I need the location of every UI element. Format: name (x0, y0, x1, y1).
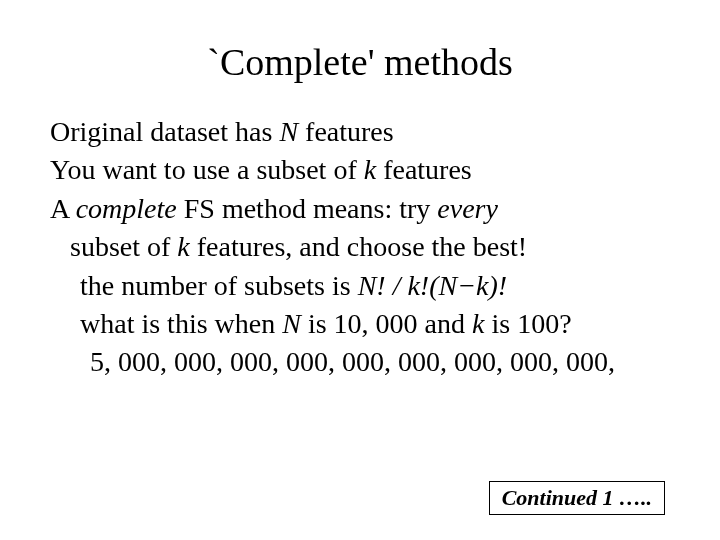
slide-body: Original dataset has N features You want… (50, 114, 670, 381)
text: You want to use a subset of (50, 154, 364, 185)
line-2: You want to use a subset of k features (50, 152, 670, 188)
text: Original dataset has (50, 116, 279, 147)
line-7: 5, 000, 000, 000, 000, 000, 000, 000, 00… (50, 344, 670, 380)
var-n: N (279, 116, 298, 147)
continued-box: Continued 1 ….. (489, 481, 665, 515)
text: is 100? (484, 308, 571, 339)
line-1: Original dataset has N features (50, 114, 670, 150)
word-every: every (437, 193, 498, 224)
text: A (50, 193, 76, 224)
slide-title: `Complete' methods (50, 40, 670, 84)
text: subset of (70, 231, 177, 262)
formula: N! / k!(N−k)! (358, 270, 508, 301)
text: features (376, 154, 472, 185)
var-n: N (282, 308, 301, 339)
line-4: subset of k features, and choose the bes… (50, 229, 670, 265)
var-k: k (177, 231, 189, 262)
word-complete: complete (76, 193, 177, 224)
text: features, and choose the best! (190, 231, 527, 262)
line-5: the number of subsets is N! / k!(N−k)! (50, 268, 670, 304)
text: what is this when (80, 308, 282, 339)
line-6: what is this when N is 10, 000 and k is … (50, 306, 670, 342)
text: the number of subsets is (80, 270, 358, 301)
var-k: k (472, 308, 484, 339)
text: is 10, 000 and (301, 308, 472, 339)
var-k: k (364, 154, 376, 185)
text: FS method means: try (177, 193, 438, 224)
line-3: A complete FS method means: try every (50, 191, 670, 227)
text: features (298, 116, 394, 147)
slide-container: `Complete' methods Original dataset has … (0, 0, 720, 540)
